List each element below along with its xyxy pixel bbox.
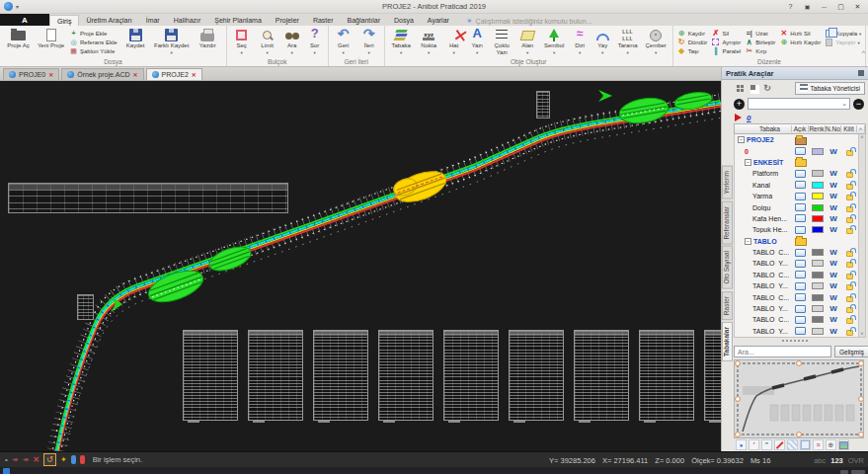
layer-button[interactable]: Tabaka bbox=[387, 27, 416, 57]
layer-visible-icon[interactable] bbox=[795, 271, 806, 278]
active-snap-mode-icon[interactable] bbox=[43, 453, 56, 466]
unlocked-icon[interactable] bbox=[846, 172, 853, 178]
save-button[interactable]: Kaydet bbox=[119, 27, 152, 57]
unlocked-icon[interactable] bbox=[846, 206, 853, 212]
load-template-button[interactable]: Şablon Yükle bbox=[67, 46, 119, 55]
text-button[interactable]: Yazı bbox=[466, 27, 489, 57]
pin-icon[interactable] bbox=[858, 70, 864, 76]
abc-toggle[interactable]: abc bbox=[814, 456, 826, 465]
layer-weight-icon[interactable] bbox=[826, 327, 841, 336]
join-button[interactable]: Birleştir bbox=[743, 38, 777, 46]
symbol-button[interactable]: Sembol bbox=[540, 27, 569, 57]
layer-weight-icon[interactable] bbox=[826, 225, 841, 234]
ribbon-collapse-button[interactable] bbox=[862, 49, 865, 56]
layer-color-swatch[interactable] bbox=[812, 226, 824, 233]
layer-row-topuk-hendegi[interactable]: Topuk He... bbox=[735, 224, 865, 235]
layer-row-dolgu[interactable]: Dolgu bbox=[735, 201, 865, 212]
layer-row-tablo-c[interactable]: TABLO_C... bbox=[735, 291, 865, 302]
layer-filter-combobox[interactable] bbox=[748, 98, 850, 110]
collapse-icon[interactable] bbox=[738, 136, 745, 143]
tab-imar[interactable]: İmar bbox=[139, 15, 167, 26]
open-project-button[interactable]: Proje Aç bbox=[2, 27, 35, 57]
area-button[interactable]: Alan bbox=[515, 27, 540, 57]
command-search[interactable]: Çalıştırmak istediğiniz komutu bulun... bbox=[466, 17, 592, 26]
unlocked-icon[interactable] bbox=[846, 228, 853, 234]
scroll-up-icon[interactable] bbox=[857, 125, 865, 132]
delete-button[interactable]: Sil bbox=[709, 29, 743, 38]
quick-access-toolbar[interactable] bbox=[0, 2, 19, 11]
mtext-button[interactable]: Çoklu Yazı bbox=[489, 27, 515, 57]
parallel-button[interactable]: Paralel bbox=[709, 46, 743, 55]
doc-tab-proje2[interactable]: PROJE2 bbox=[146, 68, 202, 80]
offset-button[interactable]: Kaydır bbox=[675, 29, 710, 38]
layer-weight-icon[interactable] bbox=[826, 147, 841, 156]
undo-button[interactable]: Geri bbox=[331, 27, 356, 57]
select-button[interactable]: Seç bbox=[229, 27, 255, 57]
fill-style-icon[interactable] bbox=[800, 439, 811, 450]
maximize-button[interactable] bbox=[833, 1, 848, 12]
layer-color-swatch[interactable] bbox=[812, 282, 824, 289]
unlocked-icon[interactable] bbox=[846, 307, 853, 313]
unlocked-icon[interactable] bbox=[846, 195, 853, 200]
layer-weight-icon[interactable] bbox=[826, 293, 841, 302]
arc-button[interactable]: Yay bbox=[592, 27, 614, 57]
close-tab-icon[interactable] bbox=[133, 71, 138, 78]
doc-tab-ornek-proje[interactable]: Örnek proje.ACD bbox=[61, 68, 143, 80]
tab-baglantilar[interactable]: Bağlantılar bbox=[341, 15, 387, 26]
layer-tree-scrollbar[interactable] bbox=[858, 134, 865, 337]
layer-color-swatch[interactable] bbox=[812, 182, 824, 189]
red-mark-icon[interactable] bbox=[749, 439, 759, 450]
layer-visible-icon[interactable] bbox=[795, 327, 806, 335]
new-project-button[interactable]: Yeni Proje bbox=[35, 27, 67, 57]
layer-weight-icon[interactable] bbox=[826, 169, 841, 178]
layer-visible-icon[interactable] bbox=[795, 214, 806, 222]
layer-visible-icon[interactable] bbox=[795, 181, 806, 189]
line-button[interactable]: Hat bbox=[442, 27, 466, 57]
find-button[interactable]: Ara bbox=[280, 27, 304, 57]
layer-row-tablo-y[interactable]: TABLO_Y... bbox=[735, 303, 865, 314]
advanced-search-button[interactable]: Gelişmiş bbox=[834, 346, 868, 357]
taskbar-app-icon[interactable] bbox=[3, 468, 10, 474]
unlocked-icon[interactable] bbox=[846, 217, 853, 223]
layer-row-tablo-y[interactable]: TABLO_Y... bbox=[735, 326, 865, 337]
quick-access-caret-icon[interactable] bbox=[16, 2, 19, 11]
tab-raster[interactable]: Raster bbox=[306, 15, 341, 26]
extend-button[interactable]: Uzat bbox=[743, 29, 777, 38]
drawing-canvas[interactable] bbox=[0, 81, 721, 451]
paste-button[interactable]: Yapıştır bbox=[823, 38, 863, 46]
collapse-icon[interactable] bbox=[745, 159, 751, 166]
unlocked-icon[interactable] bbox=[846, 330, 853, 336]
layer-color-swatch[interactable] bbox=[812, 215, 824, 222]
application-menu-button[interactable]: A bbox=[0, 14, 49, 26]
layer-row-kafa-hendegi[interactable]: Kafa Hen... bbox=[735, 213, 865, 224]
green-mark-icon[interactable] bbox=[761, 439, 772, 450]
column-kilit[interactable]: Kilit bbox=[841, 125, 857, 132]
layer-weight-icon[interactable] bbox=[826, 281, 841, 290]
redo-button[interactable]: İleri bbox=[356, 27, 382, 57]
layer-weight-icon[interactable] bbox=[826, 259, 841, 268]
point-style-icon[interactable] bbox=[736, 439, 747, 450]
layout-grid-icon[interactable] bbox=[734, 82, 746, 94]
layer-color-swatch[interactable] bbox=[812, 204, 824, 211]
tab-halihazir[interactable]: Halihazır bbox=[167, 15, 208, 26]
layer-color-swatch[interactable] bbox=[812, 260, 824, 267]
tray-clock[interactable] bbox=[851, 470, 865, 474]
layer-visible-icon[interactable] bbox=[795, 147, 806, 155]
layer-color-swatch[interactable] bbox=[812, 305, 824, 312]
num-toggle[interactable]: 123 bbox=[830, 456, 843, 465]
layer-row-tablo-y[interactable]: TABLO_Y... bbox=[735, 280, 865, 291]
add-project-button[interactable]: Proje Ekle bbox=[67, 29, 119, 38]
help-button[interactable] bbox=[783, 1, 798, 12]
snap-star-icon[interactable] bbox=[60, 455, 67, 465]
layer-group-tablo[interactable]: TABLO bbox=[735, 236, 865, 247]
layer-weight-icon[interactable] bbox=[826, 203, 841, 212]
line-style-icon[interactable] bbox=[774, 439, 785, 450]
style-button[interactable] bbox=[800, 1, 815, 12]
doc-tab-proje0[interactable]: PROJE0 bbox=[3, 68, 59, 80]
unlocked-icon[interactable] bbox=[846, 251, 853, 257]
layer-row-kanal[interactable]: Kanal bbox=[735, 180, 865, 191]
trim-button[interactable]: Kırp bbox=[743, 46, 777, 55]
layer-search-input[interactable] bbox=[734, 346, 831, 357]
layer-color-swatch[interactable] bbox=[812, 148, 824, 155]
remove-layer-button[interactable] bbox=[853, 99, 864, 110]
